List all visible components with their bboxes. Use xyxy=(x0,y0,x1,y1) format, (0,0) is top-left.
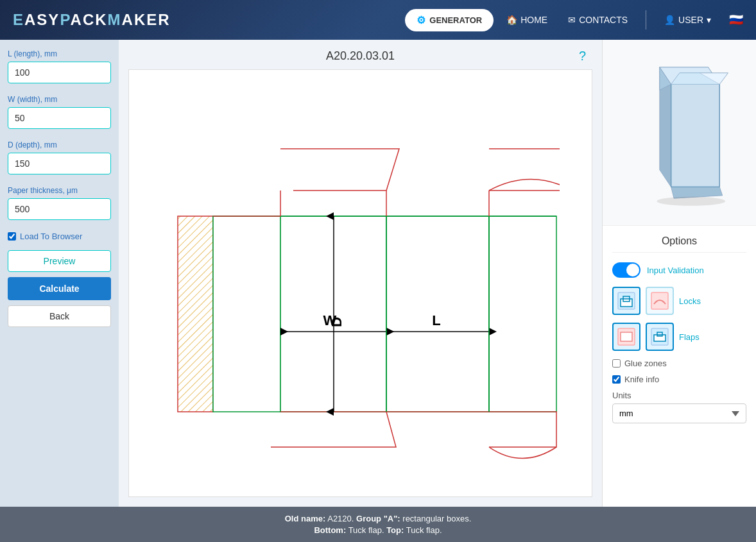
thickness-input[interactable] xyxy=(8,198,111,220)
lock-diagram-1 xyxy=(615,290,637,312)
knife-info-row: Knife info xyxy=(612,375,746,384)
glue-zones-row: Glue zones xyxy=(612,359,746,368)
svg-rect-6 xyxy=(489,216,556,412)
locks-label: Locks xyxy=(679,296,701,306)
load-to-browser-label[interactable]: Load To Browser xyxy=(20,232,82,241)
footer-line-2: Bottom: Tuck flap. Top: Tuck flap. xyxy=(314,525,442,535)
logo: EasyPackMaker xyxy=(13,11,171,29)
flaps-row: Flaps xyxy=(612,323,746,351)
flap-diagram-1 xyxy=(615,326,637,348)
footer-line-1: Old name: A2120. Group "A": rectangular … xyxy=(285,514,472,523)
flap-diagram-2 xyxy=(649,326,671,348)
box-diagram: W L D xyxy=(162,104,560,463)
center-canvas: A20.20.03.01 ? xyxy=(119,40,602,507)
canvas-title-row: A20.20.03.01 ? xyxy=(128,49,592,63)
footer: Old name: A2120. Group "A": rectangular … xyxy=(0,507,756,542)
width-input[interactable] xyxy=(8,107,111,129)
input-validation-toggle[interactable] xyxy=(612,262,640,278)
back-button[interactable]: Back xyxy=(8,305,111,327)
toggle-slider xyxy=(612,262,640,278)
flaps-label: Flaps xyxy=(679,332,700,342)
home-label: HOME xyxy=(520,15,547,25)
svg-rect-38 xyxy=(621,332,632,341)
input-validation-label: Input Validation xyxy=(647,266,704,275)
user-menu[interactable]: 👤 USER ▾ xyxy=(657,10,719,30)
canvas-area: W L D xyxy=(128,69,592,497)
nav-separator xyxy=(646,10,646,30)
flap-option-1[interactable] xyxy=(612,323,640,351)
main-layout: L (length), mm W (width), mm D (depth), … xyxy=(0,40,756,507)
box-3d-preview xyxy=(628,59,731,207)
units-row: Units mm cm inch xyxy=(612,391,746,423)
width-label: W (width), mm xyxy=(8,95,111,104)
thickness-field-group: Paper thickness, μm xyxy=(8,186,111,220)
load-to-browser-checkbox[interactable] xyxy=(8,232,16,241)
calculate-button[interactable]: Calculate xyxy=(8,277,111,300)
depth-field-group: D (depth), mm xyxy=(8,140,111,174)
canvas-title: A20.20.03.01 xyxy=(326,49,395,63)
mail-icon: ✉ xyxy=(568,15,576,25)
svg-marker-28 xyxy=(671,187,722,198)
svg-point-32 xyxy=(657,196,725,205)
svg-rect-34 xyxy=(621,299,632,307)
language-flag[interactable]: 🇷🇺 xyxy=(729,13,743,27)
home-icon: 🏠 xyxy=(506,15,517,25)
user-icon: 👤 xyxy=(664,15,675,25)
depth-input[interactable] xyxy=(8,153,111,174)
length-field-group: L (length), mm xyxy=(8,49,111,83)
right-sidebar: Options Input Validation xyxy=(602,40,756,507)
units-label: Units xyxy=(612,391,746,400)
lock-option-2[interactable] xyxy=(646,287,674,315)
options-title: Options xyxy=(612,235,746,253)
depth-label: D (depth), mm xyxy=(8,140,111,149)
knife-info-checkbox[interactable] xyxy=(612,375,621,384)
contacts-label: CONTACTS xyxy=(579,15,628,25)
help-icon[interactable]: ? xyxy=(579,49,586,64)
flap-option-2[interactable] xyxy=(646,323,674,351)
glue-zones-checkbox[interactable] xyxy=(612,359,621,368)
options-section: Options Input Validation xyxy=(603,226,756,507)
length-label: L (length), mm xyxy=(8,49,111,58)
preview-button[interactable]: Preview xyxy=(8,250,111,272)
load-to-browser-row: Load To Browser xyxy=(8,232,111,241)
lock-option-1[interactable] xyxy=(612,287,640,315)
generator-label: GENERATOR xyxy=(429,15,482,25)
knife-info-label[interactable]: Knife info xyxy=(624,375,659,384)
contacts-link[interactable]: ✉ CONTACTS xyxy=(560,10,635,30)
units-select[interactable]: mm cm inch xyxy=(612,403,746,423)
thickness-label: Paper thickness, μm xyxy=(8,186,111,195)
left-sidebar: L (length), mm W (width), mm D (depth), … xyxy=(0,40,119,507)
svg-marker-23 xyxy=(671,84,719,187)
home-link[interactable]: 🏠 HOME xyxy=(499,10,555,30)
gear-icon: ⚙ xyxy=(417,14,425,26)
user-label: USER xyxy=(678,15,703,25)
locks-row: Locks xyxy=(612,287,746,315)
box-preview xyxy=(603,40,756,226)
header: EasyPackMaker ⚙ GENERATOR 🏠 HOME ✉ CONTA… xyxy=(0,0,756,40)
lock-diagram-2 xyxy=(649,290,671,312)
svg-rect-1 xyxy=(178,216,213,412)
svg-text:L: L xyxy=(432,312,440,328)
chevron-down-icon: ▾ xyxy=(707,15,711,25)
width-field-group: W (width), mm xyxy=(8,95,111,129)
generator-button[interactable]: ⚙ GENERATOR xyxy=(405,9,494,31)
svg-rect-3 xyxy=(213,216,280,412)
svg-text:D: D xyxy=(329,317,345,327)
glue-zones-label[interactable]: Glue zones xyxy=(624,359,667,368)
input-validation-row: Input Validation xyxy=(612,262,746,278)
header-nav: ⚙ GENERATOR 🏠 HOME ✉ CONTACTS 👤 USER ▾ 🇷… xyxy=(405,9,743,31)
length-input[interactable] xyxy=(8,62,111,83)
